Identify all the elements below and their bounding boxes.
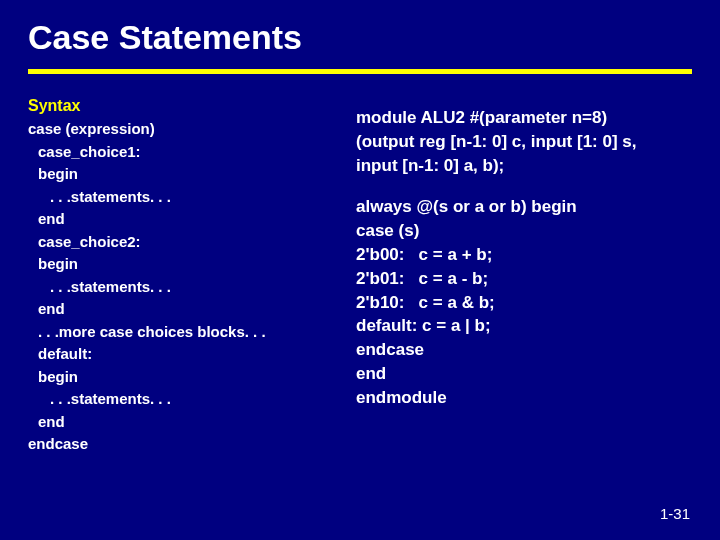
slide-title: Case Statements (0, 0, 720, 63)
content-area: Syntax case (expression) case_choice1: b… (0, 74, 720, 456)
page-number: 1-31 (660, 505, 690, 522)
syntax-line: case (expression) (28, 118, 340, 141)
syntax-line: default: (28, 343, 340, 366)
syntax-line: end (28, 411, 340, 434)
syntax-line: . . .statements. . . (28, 186, 340, 209)
code-line: (output reg [n-1: 0] c, input [1: 0] s, (356, 130, 692, 154)
code-line: case (s) (356, 219, 692, 243)
example-column: module ALU2 #(parameter n=8) (output reg… (348, 94, 692, 456)
blank-line (356, 177, 692, 195)
code-line: input [n-1: 0] a, b); (356, 154, 692, 178)
code-line: 2'b00: c = a + b; (356, 243, 692, 267)
code-line: end (356, 362, 692, 386)
syntax-heading: Syntax (28, 94, 340, 118)
syntax-line: . . .statements. . . (28, 388, 340, 411)
syntax-line: case_choice2: (28, 231, 340, 254)
code-line: always @(s or a or b) begin (356, 195, 692, 219)
syntax-line: begin (28, 253, 340, 276)
syntax-line: endcase (28, 433, 340, 456)
code-line: 2'b10: c = a & b; (356, 291, 692, 315)
code-line: module ALU2 #(parameter n=8) (356, 106, 692, 130)
code-line: 2'b01: c = a - b; (356, 267, 692, 291)
syntax-line: end (28, 298, 340, 321)
syntax-line: . . .more case choices blocks. . . (28, 321, 340, 344)
code-line: endcase (356, 338, 692, 362)
syntax-line: end (28, 208, 340, 231)
syntax-line: begin (28, 163, 340, 186)
syntax-column: Syntax case (expression) case_choice1: b… (28, 94, 348, 456)
syntax-line: case_choice1: (28, 141, 340, 164)
syntax-line: begin (28, 366, 340, 389)
syntax-line: . . .statements. . . (28, 276, 340, 299)
code-line: endmodule (356, 386, 692, 410)
code-line: default: c = a | b; (356, 314, 692, 338)
